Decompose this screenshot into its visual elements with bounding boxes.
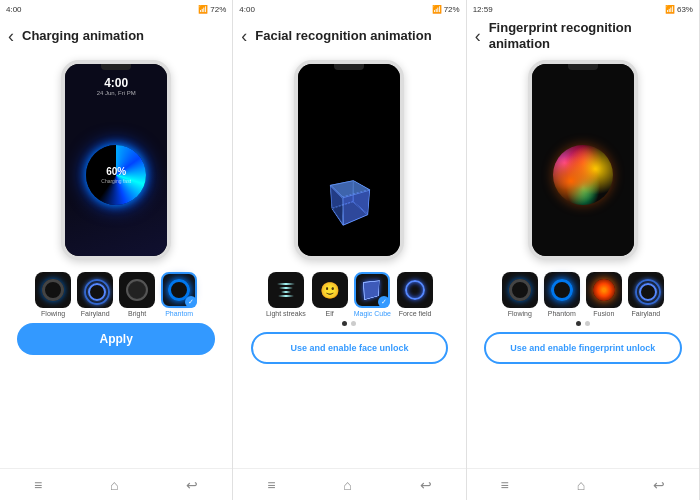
thumb-icon-flowing-1[interactable] [35,272,71,308]
status-time-1: 4:00 [6,5,22,14]
thumb-label-flowing-1: Flowing [41,310,65,317]
dot-2 [351,321,356,326]
thumb-icon-fairyland-3[interactable] [628,272,664,308]
nav-home-3[interactable]: ⌂ [577,477,585,493]
phone-mockup-2 [294,60,404,260]
cube-container [335,146,363,214]
ring-blue-phantom-3 [551,279,573,301]
dot-3-2 [585,321,590,326]
streak-3 [281,291,291,293]
ring-double-fairyland-3 [635,279,657,301]
fingerprint-unlock-button[interactable]: Use and enable fingerprint unlock [484,332,681,364]
top-bar-1: ‹ Charging animation [0,18,232,54]
streak-4 [278,295,294,297]
thumb-label-force: Force field [399,310,432,317]
thumb-row-3: Flowing Phantom Fusion Fairyland [467,266,699,319]
nav-menu-3[interactable]: ≡ [501,477,509,493]
nav-home-2[interactable]: ⌂ [343,477,351,493]
charge-label: Charging fast [101,178,131,185]
status-bar-3: 12:59 📶 63% [467,0,699,18]
ring-icon-flowing [42,279,64,301]
battery-2: 72% [444,5,460,14]
thumb-icon-force[interactable] [397,272,433,308]
phone-notch-3 [568,64,598,70]
nav-home-1[interactable]: ⌂ [110,477,118,493]
thumb-icon-flowing-3[interactable] [502,272,538,308]
status-right-3: 📶 63% [665,5,693,14]
phone-screen-3 [532,64,634,256]
nav-back-3[interactable]: ↩ [653,477,665,493]
page-title-3: Fingerprint recognition animation [489,20,691,51]
option-fairyland-3[interactable]: Fairyland [628,272,664,317]
thumb-label-fairyland-1: Fairyland [81,310,110,317]
top-bar-3: ‹ Fingerprint recognition animation [467,18,699,54]
nav-back-2[interactable]: ↩ [420,477,432,493]
thumb-icon-cube[interactable]: ✓ [354,272,390,308]
status-time-3: 12:59 [473,5,493,14]
top-bar-2: ‹ Facial recognition animation [233,18,465,54]
thumb-icon-fairyland-1[interactable] [77,272,113,308]
page-title-2: Facial recognition animation [255,28,431,44]
option-light-streaks[interactable]: Light streaks [266,272,306,317]
phone-mockup-1: 4:00 24 Jun, Fri PM 60% Charging fast [61,60,171,260]
time-date-1: 24 Jun, Fri PM [97,90,136,96]
ring-icon-flowing-3 [509,279,531,301]
cube-face-front [343,190,371,226]
option-bright-1[interactable]: Bright [119,272,155,317]
back-button-1[interactable]: ‹ [8,26,14,47]
battery-1: 72% [210,5,226,14]
charging-circle: 60% Charging fast [86,145,146,205]
dots-2 [342,321,356,326]
option-force-field[interactable]: Force field [397,272,433,317]
fp-explosion-art [553,145,613,205]
option-flowing-1[interactable]: Flowing [35,272,71,317]
bright-icon [126,279,148,301]
thumb-label-elf: Elf [326,310,334,317]
nav-menu-2[interactable]: ≡ [267,477,275,493]
phone-screen-1: 4:00 24 Jun, Fri PM 60% Charging fast [65,64,167,256]
thumb-label-phantom-1: Phantom [165,310,193,317]
charge-percent: 60% [101,165,131,178]
nav-back-1[interactable]: ↩ [186,477,198,493]
back-button-2[interactable]: ‹ [241,26,247,47]
thumb-icon-fusion-3[interactable] [586,272,622,308]
thumb-icon-phantom-3[interactable] [544,272,580,308]
option-elf[interactable]: 🙂 Elf [312,272,348,317]
face-unlock-button[interactable]: Use and enable face unlock [251,332,448,364]
charging-text: 60% Charging fast [101,165,131,185]
streaks-icon [277,283,295,297]
option-fusion-3[interactable]: Fusion [586,272,622,317]
thumb-icon-phantom-1[interactable]: ✓ [161,272,197,308]
thumb-icon-streaks[interactable] [268,272,304,308]
option-fairyland-1[interactable]: Fairyland [77,272,113,317]
streak-1 [277,283,295,285]
thumb-icon-bright-1[interactable] [119,272,155,308]
wifi-icon-2: 📶 [432,5,442,14]
phone-notch-1 [101,64,131,70]
dot-1-active [342,321,347,326]
panel-fingerprint: 12:59 📶 63% ‹ Fingerprint recognition an… [467,0,700,500]
option-phantom-1[interactable]: ✓ Phantom [161,272,197,317]
time-display-1: 4:00 24 Jun, Fri PM [97,76,136,96]
thumb-label-phantom-3: Phantom [548,310,576,317]
wifi-icon-1: 📶 [198,5,208,14]
option-flowing-3[interactable]: Flowing [502,272,538,317]
phone-mockup-3 [528,60,638,260]
mini-cube [363,280,380,300]
option-magic-cube[interactable]: ✓ Magic Cube [354,272,391,317]
dot-3-active [576,321,581,326]
panel-facial: 4:00 📶 72% ‹ Facial recognition animatio… [233,0,466,500]
ring-double-fairyland [84,279,106,301]
nav-menu-1[interactable]: ≡ [34,477,42,493]
back-button-3[interactable]: ‹ [475,26,481,47]
thumb-label-bright-1: Bright [128,310,146,317]
status-time-2: 4:00 [239,5,255,14]
cube-3d [336,184,362,216]
status-left-2: 4:00 [239,5,255,14]
status-bar-1: 4:00 📶 72% [0,0,232,18]
thumb-icon-elf[interactable]: 🙂 [312,272,348,308]
option-phantom-3[interactable]: Phantom [544,272,580,317]
page-title-1: Charging animation [22,28,144,44]
thumb-check-cube: ✓ [378,296,390,308]
apply-button-1[interactable]: Apply [17,323,214,355]
